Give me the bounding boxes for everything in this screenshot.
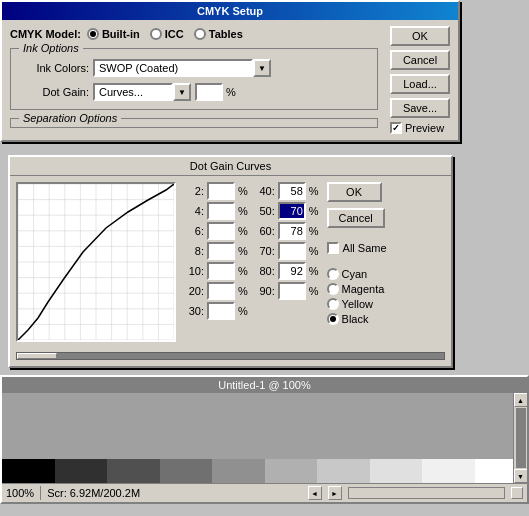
pct-input-4[interactable] [207,202,235,220]
scroll-corner [511,487,523,499]
model-tables-radio[interactable] [194,28,206,40]
cmyk-setup-dialog: CMYK Setup CMYK Model: Built-in ICC Tabl… [0,0,460,142]
dot-gain-label: Dot Gain: [19,86,89,98]
scroll-up-btn[interactable]: ▲ [514,393,528,407]
model-tables-option[interactable]: Tables [194,28,243,40]
swatch-lighter [370,459,423,483]
preview-label: Preview [405,122,444,134]
pct-sym-90: % [309,285,319,297]
pct-label-2: 2: [184,185,204,197]
pct-label-40: 40: [251,185,275,197]
pct-input-40[interactable] [278,182,306,200]
pct-input-20[interactable] [207,282,235,300]
pct-label-50: 50: [251,205,275,217]
horizontal-scrollbar[interactable] [348,487,505,499]
pct-row-2: 2: % 40: % [184,182,319,200]
dot-gain-ok-button[interactable]: OK [327,182,382,202]
right-scrollbar[interactable]: ▲ ▼ [513,393,527,483]
status-divider-1 [40,486,41,500]
pct-input-2[interactable] [207,182,235,200]
pct-label-4: 4: [184,205,204,217]
separation-options-title: Separation Options [19,112,121,124]
color-cyan-option[interactable]: Cyan [327,268,385,280]
zoom-level: 100% [6,487,34,499]
pct-input-50[interactable] [278,202,306,220]
preview-checkbox-row[interactable]: ✓ Preview [390,122,450,134]
ink-options-group: Ink Options Ink Colors: SWOP (Coated) ▼ … [10,48,378,110]
model-icc-option[interactable]: ICC [150,28,184,40]
ink-colors-value[interactable]: SWOP (Coated) [93,59,253,77]
pct-sym-30: % [238,305,248,317]
color-magenta-option[interactable]: Magenta [327,283,385,295]
bottom-window-title: Untitled-1 @ 100% [2,377,527,393]
dot-gain-percent[interactable] [195,83,223,101]
separation-options-group: Separation Options [10,118,378,128]
dot-gain-arrow[interactable]: ▼ [173,83,191,101]
model-builtin-label: Built-in [102,28,140,40]
model-tables-label: Tables [209,28,243,40]
dot-gain-scroll-thumb[interactable] [17,353,57,359]
pct-input-60[interactable] [278,222,306,240]
color-yellow-option[interactable]: Yellow [327,298,385,310]
dot-gain-cancel-button[interactable]: Cancel [327,208,385,228]
dot-gain-row: Dot Gain: Curves... ▼ % [19,83,369,101]
pct-label-70: 70: [251,245,275,257]
scr-status: Scr: 6.92M/200.2M [47,487,140,499]
scroll-right-btn[interactable]: ► [328,486,342,500]
pct-input-10[interactable] [207,262,235,280]
pct-label-60: 60: [251,225,275,237]
all-same-container: All Same [327,242,387,254]
pct-input-30[interactable] [207,302,235,320]
all-same-row[interactable]: All Same [327,242,387,254]
color-magenta-radio[interactable] [327,283,339,295]
swatch-lightest [422,459,475,483]
cmyk-save-button[interactable]: Save... [390,98,450,118]
cmyk-model-options: Built-in ICC Tables [87,28,243,40]
dot-gain-value[interactable]: Curves... [93,83,173,101]
color-black-option[interactable]: Black [327,313,385,325]
color-black-radio[interactable] [327,313,339,325]
ink-colors-select[interactable]: SWOP (Coated) ▼ [93,59,271,77]
all-same-checkbox[interactable] [327,242,339,254]
color-cyan-radio[interactable] [327,268,339,280]
cmyk-cancel-button[interactable]: Cancel [390,50,450,70]
cmyk-load-button[interactable]: Load... [390,74,450,94]
scroll-down-btn[interactable]: ▼ [514,469,528,483]
color-radio-group: Cyan Magenta Yellow Black [327,268,385,325]
gray-swatches [2,459,527,483]
ink-options-title: Ink Options [19,42,83,54]
cmyk-dialog-buttons: OK Cancel Load... Save... ✓ Preview [390,26,450,134]
cmyk-ok-button[interactable]: OK [390,26,450,46]
swatch-light2 [265,459,318,483]
preview-checkbox[interactable]: ✓ [390,122,402,134]
pct-input-90[interactable] [278,282,306,300]
pct-row-20: 20: % 90: % [184,282,319,300]
swatch-mid [160,459,213,483]
swatch-dark1 [55,459,108,483]
pct-sym-6: % [238,225,248,237]
cmyk-setup-title: CMYK Setup [2,2,458,20]
color-yellow-radio[interactable] [327,298,339,310]
model-icc-radio[interactable] [150,28,162,40]
swatch-light1 [212,459,265,483]
dot-gain-scrollbar[interactable] [16,352,445,360]
pct-sym-40: % [309,185,319,197]
color-magenta-label: Magenta [342,283,385,295]
pct-input-80[interactable] [278,262,306,280]
pct-label-20: 20: [184,285,204,297]
dot-gain-select[interactable]: Curves... ▼ [93,83,191,101]
scroll-track[interactable] [516,408,526,468]
model-builtin-option[interactable]: Built-in [87,28,140,40]
dot-gain-right-controls: OK Cancel All Same Cyan Magenta [327,182,387,342]
model-builtin-radio[interactable] [87,28,99,40]
swatch-dark2 [107,459,160,483]
pct-input-6[interactable] [207,222,235,240]
ink-colors-arrow[interactable]: ▼ [253,59,271,77]
pct-row-4: 4: % 50: % [184,202,319,220]
color-yellow-label: Yellow [342,298,373,310]
pct-row-30: 30: % [184,302,319,320]
pct-input-70[interactable] [278,242,306,260]
pct-input-8[interactable] [207,242,235,260]
scroll-left-btn[interactable]: ◄ [308,486,322,500]
pct-label-8: 8: [184,245,204,257]
